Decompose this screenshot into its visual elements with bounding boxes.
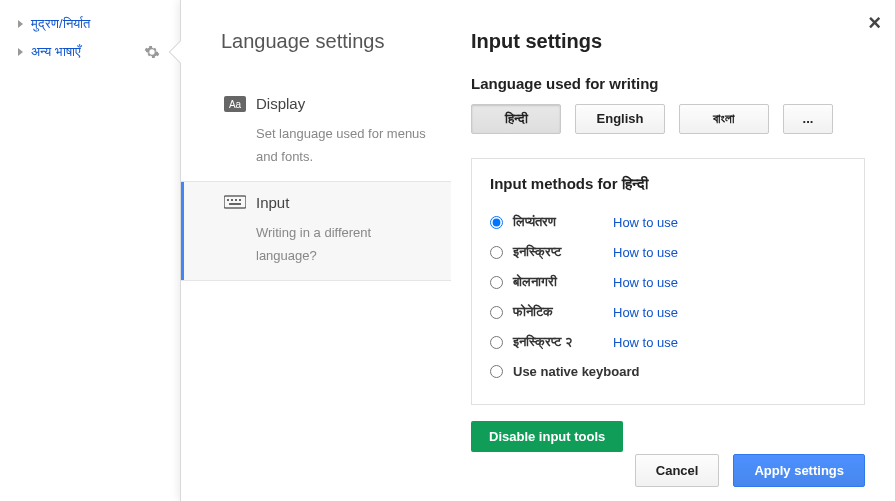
side-nav-item-print-export[interactable]: मुद्रण/निर्यात	[0, 10, 170, 38]
disable-input-tools-button[interactable]: Disable input tools	[471, 421, 623, 452]
panel-title: Language settings	[221, 30, 451, 53]
input-method-label: इनस्क्रिप्ट	[513, 244, 603, 260]
nav-desc: Writing in a different language?	[256, 221, 431, 268]
input-method-row[interactable]: इनस्क्रिप्टHow to use	[490, 237, 846, 267]
panel-left-column: Language settings Aa Display Set languag…	[181, 0, 451, 501]
cancel-button[interactable]: Cancel	[635, 454, 720, 487]
how-to-use-link[interactable]: How to use	[613, 275, 678, 290]
input-method-row[interactable]: फोनेटिकHow to use	[490, 297, 846, 327]
how-to-use-link[interactable]: How to use	[613, 215, 678, 230]
side-nav-label: मुद्रण/निर्यात	[31, 16, 90, 32]
input-methods-list: लिप्यंतरणHow to useइनस्क्रिप्टHow to use…	[490, 207, 846, 386]
page-side-nav: मुद्रण/निर्यात अन्य भाषाएँ	[0, 0, 170, 66]
language-buttons: हिन्दी English বাংলা ...	[471, 104, 865, 134]
methods-title-lang: हिन्दी	[622, 175, 648, 192]
svg-rect-4	[231, 199, 233, 201]
input-settings-title: Input settings	[471, 30, 865, 53]
input-method-label: बोलनागरी	[513, 274, 603, 290]
how-to-use-link[interactable]: How to use	[613, 305, 678, 320]
svg-rect-5	[235, 199, 237, 201]
nav-desc: Set language used for menus and fonts.	[256, 122, 431, 169]
language-settings-panel: × Language settings Aa Display Set langu…	[180, 0, 895, 501]
footer-buttons: Cancel Apply settings	[635, 454, 865, 487]
input-method-radio[interactable]	[490, 306, 503, 319]
input-methods-title: Input methods for हिन्दी	[490, 175, 846, 193]
input-method-row[interactable]: इनस्क्रिप्ट २How to use	[490, 327, 846, 357]
input-method-label: फोनेटिक	[513, 304, 603, 320]
svg-rect-6	[239, 199, 241, 201]
input-method-radio[interactable]	[490, 365, 503, 378]
svg-text:Aa: Aa	[229, 99, 242, 110]
nav-item-display[interactable]: Aa Display Set language used for menus a…	[181, 83, 451, 181]
svg-rect-2	[224, 196, 246, 208]
input-method-radio[interactable]	[490, 216, 503, 229]
svg-rect-3	[227, 199, 229, 201]
keyboard-icon	[224, 194, 246, 210]
apply-settings-button[interactable]: Apply settings	[733, 454, 865, 487]
input-methods-box: Input methods for हिन्दी लिप्यंतरणHow to…	[471, 158, 865, 405]
input-method-row[interactable]: लिप्यंतरणHow to use	[490, 207, 846, 237]
nav-label: Display	[256, 95, 305, 112]
caret-right-icon	[18, 48, 23, 56]
language-button-hindi[interactable]: हिन्दी	[471, 104, 561, 134]
input-method-radio[interactable]	[490, 246, 503, 259]
caret-right-icon	[18, 20, 23, 28]
nav-item-input[interactable]: Input Writing in a different language?	[181, 182, 451, 280]
svg-rect-7	[229, 203, 241, 205]
input-method-label: इनस्क्रिप्ट २	[513, 334, 603, 350]
input-method-label: Use native keyboard	[513, 364, 639, 379]
how-to-use-link[interactable]: How to use	[613, 245, 678, 260]
gear-icon[interactable]	[144, 44, 160, 63]
language-button-more[interactable]: ...	[783, 104, 833, 134]
input-method-row[interactable]: Use native keyboard	[490, 357, 846, 386]
side-nav-label: अन्य भाषाएँ	[31, 44, 81, 60]
input-method-row[interactable]: बोलनागरीHow to use	[490, 267, 846, 297]
input-method-label: लिप्यंतरण	[513, 214, 603, 230]
language-button-bangla[interactable]: বাংলা	[679, 104, 769, 134]
methods-title-prefix: Input methods for	[490, 175, 622, 192]
input-method-radio[interactable]	[490, 276, 503, 289]
input-method-radio[interactable]	[490, 336, 503, 349]
panel-right-column: Input settings Language used for writing…	[451, 0, 895, 501]
writing-language-heading: Language used for writing	[471, 75, 865, 92]
display-aa-icon: Aa	[224, 96, 246, 112]
nav-separator	[181, 280, 451, 281]
language-button-english[interactable]: English	[575, 104, 665, 134]
nav-label: Input	[256, 194, 289, 211]
how-to-use-link[interactable]: How to use	[613, 335, 678, 350]
